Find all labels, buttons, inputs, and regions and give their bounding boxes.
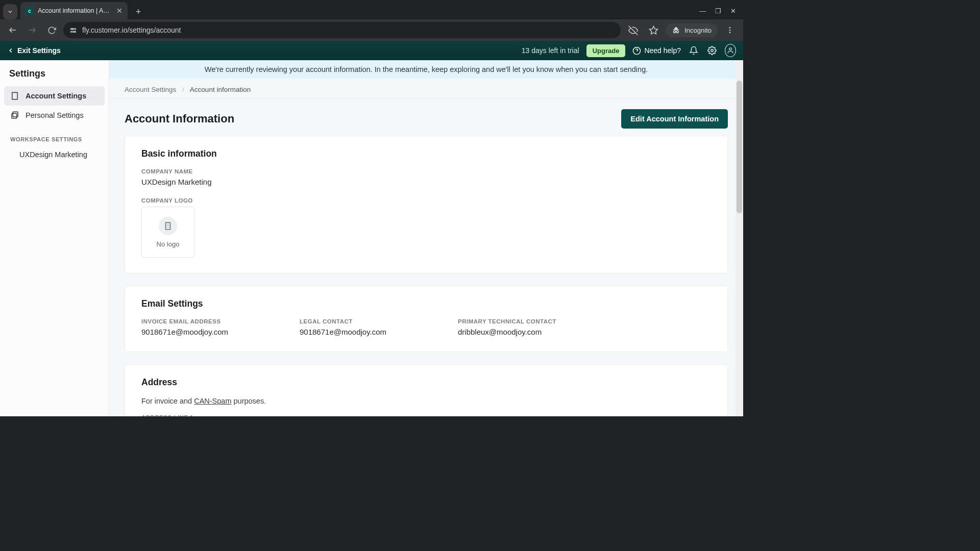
settings-button[interactable] [706,45,718,56]
incognito-badge[interactable]: Incognito [666,23,718,37]
exit-settings-label: Exit Settings [17,46,61,55]
field-label-company-name: COMPANY NAME [141,168,711,174]
field-value-invoice-email: 9018671e@moodjoy.com [141,328,269,336]
user-icon [727,47,734,54]
close-window-button[interactable]: ✕ [730,7,736,15]
review-banner: We're currently reviewing your account i… [109,60,743,79]
back-button[interactable] [5,22,20,38]
svg-rect-27 [166,222,170,230]
layers-icon [10,111,19,120]
need-help-label: Need help? [644,46,681,55]
sidebar-section-workspace: WORKSPACE SETTINGS [4,125,105,146]
field-value-company-name: UXDesign Marketing [141,178,711,186]
tab-title: Account information | Account [38,7,112,14]
settings-sidebar: Settings Account Settings Personal Setti… [0,60,109,416]
sidebar-item-account-settings[interactable]: Account Settings [4,86,105,106]
field-value-legal-contact: 9018671e@moodjoy.com [300,328,427,336]
svg-rect-26 [12,113,17,118]
no-logo-text: No logo [157,240,180,248]
favicon-icon: c [26,7,34,15]
svg-rect-18 [12,92,18,99]
svg-point-13 [729,32,731,33]
field-value-technical-contact: dribbleux@moodjoy.com [458,328,601,336]
svg-point-9 [676,31,678,33]
incognito-icon [672,26,680,35]
close-tab-button[interactable]: ✕ [116,7,122,15]
arrow-left-icon [8,26,17,35]
maximize-button[interactable]: ❐ [715,7,721,15]
minimize-button[interactable]: — [699,7,706,15]
building-icon [163,221,173,231]
app-root: Exit Settings 13 days left in trial Upgr… [0,41,743,416]
card-basic-information: Basic information COMPANY NAME UXDesign … [125,136,728,273]
bell-icon [689,46,698,55]
svg-point-4 [71,28,73,30]
scrollbar-thumb[interactable] [737,81,742,213]
svg-point-5 [74,31,75,33]
svg-point-12 [729,30,731,31]
eye-off-icon[interactable] [625,22,641,38]
new-tab-button[interactable]: + [131,4,146,19]
arrow-right-icon [28,26,37,35]
reload-icon [47,26,56,35]
breadcrumb-current: Account information [190,86,251,93]
main-content: We're currently reviewing your account i… [109,60,743,416]
url-input[interactable]: fly.customer.io/settings/account [63,22,621,38]
sidebar-item-label: Account Settings [26,92,86,100]
card-address: Address For invoice and CAN-Spam purpose… [125,364,728,416]
exit-settings-link[interactable]: Exit Settings [7,46,61,55]
field-label-technical-contact: PRIMARY TECHNICAL CONTACT [458,318,601,324]
svg-point-11 [729,27,731,29]
browser-menu-button[interactable] [722,22,738,38]
svg-point-17 [729,48,732,51]
card-heading: Address [141,377,711,388]
field-label-company-logo: COMPANY LOGO [141,197,711,204]
gear-icon [707,46,717,55]
page-title: Account Information [125,112,234,126]
tab-strip: c Account information | Account ✕ + — ❐ … [0,0,743,19]
need-help-link[interactable]: Need help? [632,46,681,55]
star-icon [649,26,658,35]
reload-button[interactable] [44,22,59,38]
account-menu-button[interactable] [725,45,736,56]
svg-rect-25 [13,112,18,117]
svg-marker-7 [649,26,657,34]
url-text: fly.customer.io/settings/account [82,26,181,34]
incognito-label: Incognito [684,27,712,34]
svg-point-8 [674,31,676,33]
card-email-settings: Email Settings INVOICE EMAIL ADDRESS 901… [125,286,728,352]
chevron-down-icon [7,9,13,15]
sidebar-title: Settings [4,68,105,86]
upgrade-button[interactable]: Upgrade [586,44,626,57]
site-settings-icon[interactable] [69,27,77,34]
bookmark-button[interactable] [645,22,662,38]
edit-account-button[interactable]: Edit Account Information [621,109,728,129]
card-heading: Email Settings [141,298,711,309]
field-label-invoice-email: INVOICE EMAIL ADDRESS [141,318,269,324]
window-controls: — ❐ ✕ [699,2,743,19]
breadcrumb: Account Settings / Account information [109,79,743,99]
notifications-button[interactable] [688,45,699,56]
help-circle-icon [632,46,641,55]
sidebar-item-personal-settings[interactable]: Personal Settings [4,106,105,125]
tab-search-button[interactable] [3,4,17,19]
sidebar-item-label: Personal Settings [26,111,84,119]
svg-point-16 [711,49,714,52]
field-label-legal-contact: LEGAL CONTACT [300,318,427,324]
browser-chrome: c Account information | Account ✕ + — ❐ … [0,0,743,41]
browser-tab[interactable]: c Account information | Account ✕ [20,2,128,19]
scrollbar-track[interactable] [736,60,743,416]
field-label-address-line-1: ADDRESS LINE 1 [141,414,711,416]
card-heading: Basic information [141,148,711,159]
company-logo-placeholder: No logo [141,207,194,258]
breadcrumb-separator: / [182,86,184,93]
forward-button[interactable] [24,22,40,38]
building-icon [10,91,19,101]
can-spam-link[interactable]: CAN-Spam [194,397,231,405]
chevron-left-icon [7,47,14,54]
breadcrumb-root[interactable]: Account Settings [125,86,176,93]
address-subtext: For invoice and CAN-Spam purposes. [141,397,711,405]
sidebar-item-workspace[interactable]: UXDesign Marketing [4,146,105,163]
dots-vertical-icon [726,26,734,34]
app-header: Exit Settings 13 days left in trial Upgr… [0,41,743,60]
